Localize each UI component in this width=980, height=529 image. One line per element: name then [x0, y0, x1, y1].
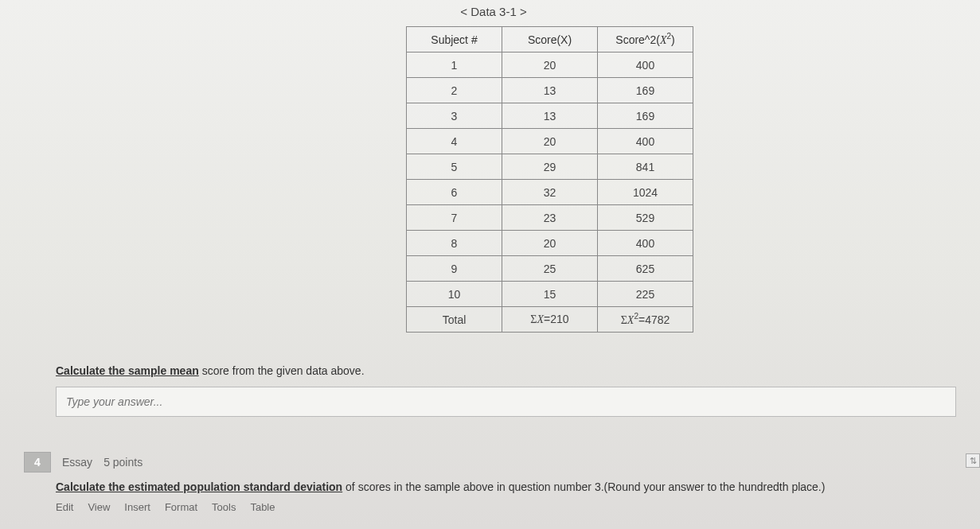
cell-score: 25	[502, 256, 598, 282]
cell-scoresq: 400	[598, 231, 693, 256]
q4-number-badge: 4	[24, 452, 51, 473]
table-row: 723529	[407, 205, 693, 231]
table-row: 213169	[407, 78, 693, 103]
menu-insert[interactable]: Insert	[124, 501, 150, 513]
cell-score: 20	[502, 53, 598, 78]
cell-subject: 1	[407, 53, 502, 78]
data-table: Subject # Score(X) Score^2(X2) 120400213…	[406, 26, 693, 333]
cell-scoresq: 169	[598, 103, 693, 129]
table-row: 120400	[407, 53, 693, 78]
cell-subject: 5	[407, 154, 502, 180]
total-sumx: ΣX=210	[502, 307, 598, 333]
q4-type: Essay	[62, 456, 92, 469]
question-4: 4 Essay 5 points ⇅ Calculate the estimat…	[56, 452, 956, 513]
table-row: 529841	[407, 154, 693, 180]
table-caption: < Data 3-1 >	[326, 0, 661, 26]
cell-score: 23	[502, 205, 598, 231]
table-row: 420400	[407, 129, 693, 154]
q4-prompt: Calculate the estimated population stand…	[56, 480, 956, 493]
menu-edit[interactable]: Edit	[56, 501, 73, 513]
cell-scoresq: 529	[598, 205, 693, 231]
cell-score: 32	[502, 180, 598, 205]
q3-answer-input[interactable]	[56, 387, 956, 417]
cell-score: 29	[502, 154, 598, 180]
question-3: Calculate the sample mean score from the…	[56, 364, 956, 417]
q4-points: 5 points	[103, 456, 143, 469]
cell-subject: 4	[407, 129, 502, 154]
cell-subject: 10	[407, 282, 502, 307]
table-row: 6321024	[407, 180, 693, 205]
total-sumsq: ΣX2=4782	[598, 307, 693, 333]
table-row: 1015225	[407, 282, 693, 307]
cell-scoresq: 169	[598, 78, 693, 103]
cell-score: 13	[502, 103, 598, 129]
reorder-icon[interactable]: ⇅	[966, 453, 980, 468]
cell-subject: 3	[407, 103, 502, 129]
cell-score: 15	[502, 282, 598, 307]
q3-prompt: Calculate the sample mean score from the…	[56, 364, 956, 377]
cell-scoresq: 841	[598, 154, 693, 180]
cell-scoresq: 225	[598, 282, 693, 307]
menu-view[interactable]: View	[88, 501, 110, 513]
cell-subject: 7	[407, 205, 502, 231]
editor-menu: Edit View Insert Format Tools Table	[56, 501, 956, 513]
cell-scoresq: 400	[598, 129, 693, 154]
cell-subject: 6	[407, 180, 502, 205]
menu-tools[interactable]: Tools	[212, 501, 236, 513]
table-row: 925625	[407, 256, 693, 282]
cell-score: 20	[502, 231, 598, 256]
menu-format[interactable]: Format	[165, 501, 197, 513]
cell-scoresq: 1024	[598, 180, 693, 205]
menu-table[interactable]: Table	[250, 501, 275, 513]
table-row: 313169	[407, 103, 693, 129]
cell-subject: 9	[407, 256, 502, 282]
cell-scoresq: 400	[598, 53, 693, 78]
total-label: Total	[407, 307, 502, 333]
table-row: 820400	[407, 231, 693, 256]
cell-scoresq: 625	[598, 256, 693, 282]
cell-subject: 8	[407, 231, 502, 256]
cell-score: 13	[502, 78, 598, 103]
header-subject: Subject #	[407, 27, 502, 53]
header-scoresq: Score^2(X2)	[598, 27, 693, 53]
cell-score: 20	[502, 129, 598, 154]
cell-subject: 2	[407, 78, 502, 103]
header-score: Score(X)	[502, 27, 598, 53]
